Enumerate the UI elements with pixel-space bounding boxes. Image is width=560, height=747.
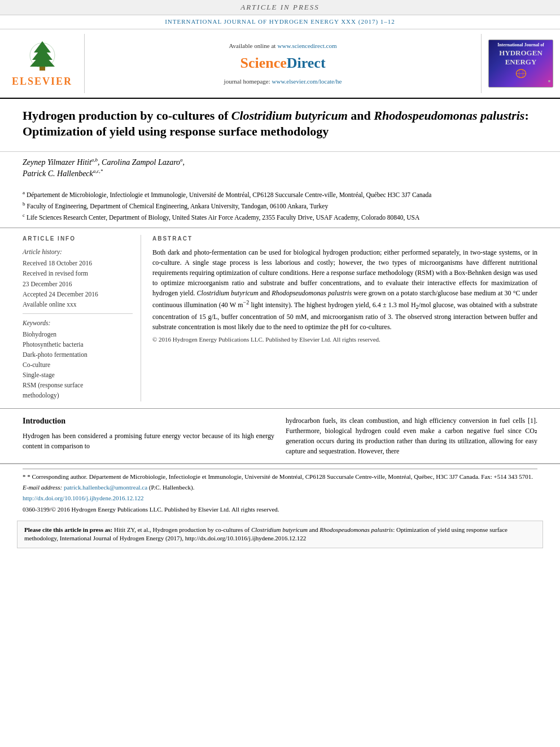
authors-section: Zeynep Yilmazer Hitita,b, Carolina Zampo… [0, 152, 560, 187]
aff-a-sup: a [23, 190, 25, 195]
history-received: Received 18 October 2016 [23, 259, 133, 268]
info-divider [23, 313, 133, 314]
abstract-heading: ABSTRACT [152, 235, 537, 243]
available-online-text: Available online at [229, 42, 275, 49]
keyword-3: Dark-photo fermentation [23, 350, 133, 359]
email-link[interactable]: patrick.hallenbeck@umontreal.ca [64, 484, 147, 491]
citation-box: Please cite this article in press as: Hi… [17, 521, 543, 548]
abstract-column: ABSTRACT Both dark and photo-fermentatio… [152, 235, 537, 401]
keyword-6: RSM (response surface [23, 381, 133, 390]
cover-logo-mark: ■ [491, 79, 550, 85]
aff-c-sup: c [23, 212, 25, 218]
history-revised-date: 23 December 2016 [23, 279, 133, 289]
cover-sphere-icon [510, 68, 532, 78]
affiliation-a: a Département de Microbiologie, Infectio… [23, 189, 537, 199]
history-accepted: Accepted 24 December 2016 [23, 290, 133, 299]
top-header: ELSEVIER Available online at www.science… [0, 29, 560, 99]
footnote-issn: 0360-3199/© 2016 Hydrogen Energy Publica… [23, 505, 537, 514]
doi-link[interactable]: http://dx.doi.org/10.1016/j.ijhydene.201… [23, 495, 144, 501]
cover-title-text: International Journal of [497, 42, 544, 48]
elsevier-tree-icon [20, 38, 65, 72]
email-suffix-text: (P.C. Hallenbeck). [149, 484, 195, 491]
article-info-abstract-section: ARTICLE INFO Article history: Received 1… [0, 228, 560, 408]
journal-cover-image: International Journal of HYDROGENENERGY … [488, 40, 553, 88]
body-left-column: Introduction Hydrogen has been considere… [23, 416, 274, 456]
keyword-2: Photosynthetic bacteria [23, 340, 133, 349]
footnote-email: E-mail address: patrick.hallenbeck@umont… [23, 483, 537, 492]
author-2-sup: a [180, 157, 183, 163]
corresponding-author-text: * Corresponding author. Département de M… [27, 473, 533, 480]
affiliation-c: c Life Sciences Research Center, Departm… [23, 212, 537, 222]
article-in-press-banner: ARTICLE IN PRESS [0, 0, 560, 15]
article-info-heading: ARTICLE INFO [23, 235, 133, 243]
keyword-5: Single-stage [23, 370, 133, 379]
body-right-column: hydrocarbon fuels, its clean combustion,… [286, 416, 537, 456]
footnote-corresponding-author: * * Corresponding author. Département de… [23, 473, 537, 481]
introduction-section: Introduction Hydrogen has been considere… [0, 409, 560, 464]
introduction-title: Introduction [23, 416, 274, 427]
journal-homepage-url-link[interactable]: www.elsevier.com/locate/he [272, 78, 342, 85]
article-main-title: Hydrogen production by co-cultures of Cl… [23, 108, 537, 140]
author-1-name: Zeynep Yilmazer Hitit [23, 158, 91, 167]
history-available-online: Available online xxx [23, 300, 133, 309]
journal-cover-area: International Journal of HYDROGENENERGY … [481, 34, 560, 93]
sciencedirect-url-link[interactable]: www.sciencedirect.com [278, 42, 337, 49]
aff-c-text: Life Sciences Research Center, Departmen… [27, 214, 419, 221]
author-2-name: Carolina Zampol Lazaro [102, 158, 180, 167]
introduction-left-text: Hydrogen has been considered a promising… [23, 431, 274, 451]
email-prefix-text: E-mail address: [23, 484, 62, 491]
footnotes-divider [23, 469, 537, 469]
sciencedirect-brand: ScienceDirect [240, 53, 325, 73]
affiliations-section: a Département de Microbiologie, Infectio… [0, 187, 560, 228]
keyword-1: Biohydrogen [23, 330, 133, 339]
introduction-right-text: hydrocarbon fuels, its clean combustion,… [286, 416, 537, 456]
aff-b-text: Faculty of Engineering, Department of Ch… [27, 203, 328, 209]
article-title-section: Hydrogen production by co-cultures of Cl… [0, 99, 560, 152]
elsevier-logo-area: ELSEVIER [0, 34, 85, 93]
abstract-copyright: © 2016 Hydrogen Energy Publications LLC.… [152, 335, 537, 344]
aff-b-sup: b [23, 201, 25, 207]
keyword-7: methodology) [23, 391, 133, 400]
footnote-star-icon: * [23, 473, 26, 480]
sd-direct-text: Direct [287, 55, 326, 71]
citation-label: Please cite this article in press as: [24, 526, 112, 533]
article-info-column: ARTICLE INFO Article history: Received 1… [23, 235, 141, 401]
keywords-label: Keywords: [23, 318, 133, 327]
sd-science-text: Science [240, 55, 286, 71]
author-3-sup: a,c,* [93, 168, 103, 174]
abstract-text: Both dark and photo-fermentation can be … [152, 247, 537, 331]
footnotes-section: * * Corresponding author. Département de… [0, 464, 560, 521]
author-1-sup: a,b [91, 157, 98, 163]
elsevier-brand-text: ELSEVIER [12, 75, 72, 89]
article-history-label: Article history: [23, 247, 133, 256]
middle-header-area: Available online at www.sciencedirect.co… [85, 34, 481, 93]
affiliation-b: b Faculty of Engineering, Department of … [23, 200, 537, 211]
authors-line: Zeynep Yilmazer Hitita,b, Carolina Zampo… [23, 156, 537, 180]
history-revised-label: Received in revised form [23, 269, 133, 278]
keyword-4: Co-culture [23, 360, 133, 369]
footnote-doi: http://dx.doi.org/10.1016/j.ijhydene.201… [23, 494, 537, 503]
journal-header-line: INTERNATIONAL JOURNAL OF HYDROGEN ENERGY… [0, 15, 560, 29]
journal-homepage-prefix: journal homepage: [224, 78, 270, 85]
author-3-name: Patrick C. Hallenbeck [23, 169, 93, 178]
aff-a-text: Département de Microbiologie, Infectiolo… [27, 191, 432, 198]
cover-subtitle-text: HYDROGENENERGY [499, 49, 542, 66]
